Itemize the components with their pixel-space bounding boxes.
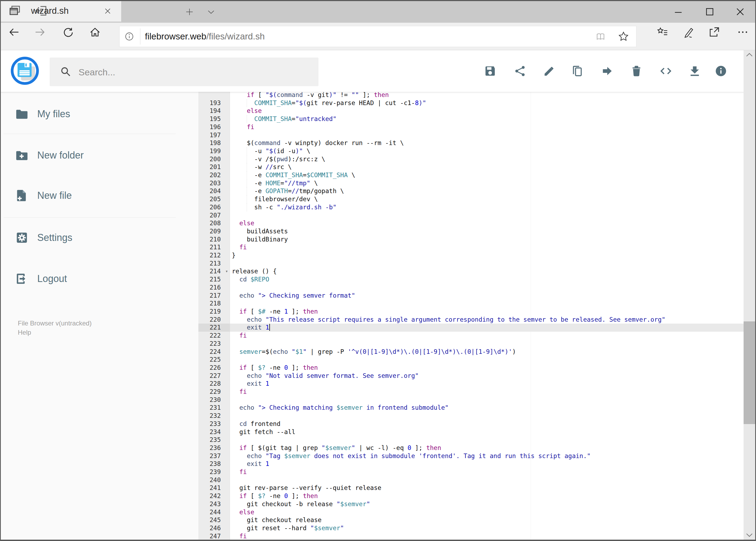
code-line-229[interactable]: 229 fi	[198, 388, 744, 396]
code-line-202[interactable]: 202 -e COMMIT_SHA=$COMMIT_SHA \	[198, 171, 744, 179]
code-line-240[interactable]: 240	[198, 476, 744, 484]
save-icon[interactable]	[484, 65, 496, 77]
sidebar-item-my-files[interactable]: My files	[1, 101, 198, 128]
tab-close-icon[interactable]	[104, 7, 112, 15]
code-line-224[interactable]: 224 semver=$(echo "$1" | grep -P '^v(0|[…	[198, 348, 744, 356]
annotate-icon[interactable]	[682, 26, 695, 38]
address-bar[interactable]: filebrowser.web/files/wizard.sh	[119, 26, 636, 47]
code-line-228[interactable]: 228 exit 1	[198, 380, 744, 388]
code-line-231[interactable]: 231 echo "> Checking matching $semver in…	[198, 404, 744, 412]
sidebar-item-settings[interactable]: Settings	[1, 224, 198, 251]
more-icon[interactable]	[736, 26, 750, 38]
filebrowser-logo[interactable]	[11, 57, 39, 85]
code-line-218[interactable]: 218	[198, 299, 744, 307]
code-line-245[interactable]: 245 git checkout release	[198, 516, 744, 524]
scrollbar-thumb[interactable]	[744, 321, 755, 424]
forward-icon[interactable]	[34, 26, 46, 38]
refresh-icon[interactable]	[62, 26, 75, 38]
code-line-210[interactable]: 210 buildBinary	[198, 236, 744, 244]
code-line-223[interactable]: 223	[198, 340, 744, 348]
reading-view-icon[interactable]	[596, 31, 606, 42]
code-line-236[interactable]: 236 if [ $(git tag | grep "$semver" | wc…	[198, 444, 744, 452]
maximize-button[interactable]	[703, 6, 716, 17]
search-input[interactable]	[78, 58, 311, 87]
sidebar-item-new-file[interactable]: New file	[1, 182, 198, 209]
code-line-216[interactable]: 216	[198, 283, 744, 292]
code-line-221[interactable]: 221 exit 1	[198, 323, 744, 332]
line-number: 198	[198, 139, 230, 147]
sidebar-item-logout[interactable]: Logout	[1, 265, 198, 292]
minimize-button[interactable]	[672, 6, 684, 17]
code-line-209[interactable]: 209 buildAssets	[198, 228, 744, 236]
code-line-219[interactable]: 219 if [ $# -ne 1 ]; then	[198, 307, 744, 316]
move-icon[interactable]	[601, 65, 613, 77]
code-line-195[interactable]: 195 COMMIT_SHA="untracked"	[198, 115, 744, 123]
code-line-211[interactable]: 211 fi	[198, 244, 744, 252]
share-icon[interactable]	[708, 26, 720, 38]
code-line-205[interactable]: 205 filebrowser/dev \	[198, 195, 744, 204]
code-line-234[interactable]: 234 git fetch --all	[198, 428, 744, 436]
source-code-icon[interactable]	[660, 65, 672, 77]
scroll-up-icon[interactable]	[746, 52, 753, 57]
code-editor[interactable]: if [ "$(command -v git)" != "" ]; then19…	[198, 92, 744, 540]
code-line-217[interactable]: 217 echo "> Checking semver format"	[198, 292, 744, 300]
help-link[interactable]: Help	[18, 328, 31, 337]
code-line-225[interactable]: 225	[198, 356, 744, 364]
home-icon[interactable]	[89, 26, 101, 38]
edit-icon[interactable]	[543, 65, 556, 77]
code-line-220[interactable]: 220 echo "This release script requires a…	[198, 316, 744, 324]
page-scrollbar[interactable]	[744, 50, 755, 540]
code-line-232[interactable]: 232	[198, 412, 744, 420]
hub-icon[interactable]	[656, 26, 668, 38]
new-tab-button[interactable]	[185, 7, 194, 17]
code-line-238[interactable]: 238 exit 1	[198, 460, 744, 468]
browser-tab[interactable]: wizard.sh	[0, 0, 121, 22]
code-line-242[interactable]: 242 if [ $? -ne 0 ]; then	[198, 492, 744, 500]
code-line-227[interactable]: 227 echo "Not valid semver format. See s…	[198, 372, 744, 380]
favorite-star-icon[interactable]	[618, 31, 629, 42]
code-line-230[interactable]: 230	[198, 396, 744, 404]
code-line-partial[interactable]: if [ "$(command -v git)" != "" ]; then	[198, 92, 744, 99]
code-line-244[interactable]: 244 else	[198, 508, 744, 516]
code-line-241[interactable]: 241 git rev-parse --verify --quiet relea…	[198, 484, 744, 492]
code-line-200[interactable]: 200 -v /$(pwd):/src:z \	[198, 155, 744, 164]
code-line-206[interactable]: 206 sh -c "./wizard.sh -b"	[198, 204, 744, 212]
code-line-222[interactable]: 222 fi	[198, 332, 744, 340]
code-line-194[interactable]: 194 else	[198, 107, 744, 115]
code-line-226[interactable]: 226 if [ $? -ne 0 ]; then	[198, 364, 744, 372]
close-button[interactable]	[734, 6, 746, 17]
code-line-198[interactable]: 198 $(command -v winpty) docker run --rm…	[198, 139, 744, 147]
code-line-201[interactable]: 201 -w //src \	[198, 163, 744, 171]
share-icon[interactable]	[514, 65, 526, 77]
info-icon[interactable]	[124, 31, 134, 42]
code-line-235[interactable]: 235	[198, 436, 744, 444]
code-line-203[interactable]: 203 -e HOME="//tmp" \	[198, 179, 744, 188]
code-line-214[interactable]: 214▾release () {	[198, 268, 744, 275]
code-line-247[interactable]: 247 fi	[198, 532, 744, 540]
code-line-213[interactable]: 213	[198, 260, 744, 268]
code-line-246[interactable]: 246 git reset --hard "$semver"	[198, 524, 744, 532]
back-icon[interactable]	[8, 26, 20, 38]
fold-marker-icon[interactable]: ▾	[225, 268, 228, 275]
code-line-237[interactable]: 237 echo "Tag $semver does not exist in …	[198, 452, 744, 460]
code-line-207[interactable]: 207	[198, 212, 744, 220]
code-line-196[interactable]: 196 fi	[198, 123, 744, 131]
code-line-208[interactable]: 208 else	[198, 219, 744, 228]
tab-list-chevron-icon[interactable]	[206, 8, 216, 16]
info-icon[interactable]	[715, 65, 727, 77]
copy-icon[interactable]	[571, 65, 584, 77]
search-box[interactable]	[50, 58, 319, 86]
sidebar-item-new-folder[interactable]: New folder	[1, 142, 198, 169]
code-line-199[interactable]: 199 -u "$(id -u)" \	[198, 147, 744, 155]
delete-icon[interactable]	[630, 65, 642, 77]
code-line-212[interactable]: 212}	[198, 252, 744, 260]
code-line-239[interactable]: 239 fi	[198, 468, 744, 476]
scroll-down-icon[interactable]	[746, 533, 753, 537]
code-line-243[interactable]: 243 git checkout -b release "$semver"	[198, 500, 744, 508]
code-line-204[interactable]: 204 -e GOPATH=//tmp/gopath \	[198, 187, 744, 195]
code-line-193[interactable]: 193 COMMIT_SHA="$(git rev-parse HEAD | c…	[198, 99, 744, 107]
code-line-215[interactable]: 215 cd $REPO	[198, 275, 744, 283]
code-line-197[interactable]: 197	[198, 131, 744, 139]
code-line-233[interactable]: 233 cd frontend	[198, 420, 744, 428]
download-icon[interactable]	[688, 65, 701, 77]
